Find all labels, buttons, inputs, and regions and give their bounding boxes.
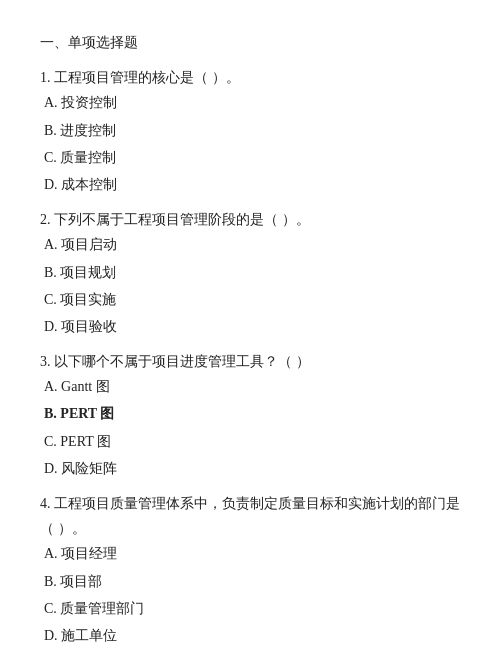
question-1-option-B: B. 进度控制: [44, 118, 462, 143]
question-4-text: 4. 工程项目质量管理体系中，负责制定质量目标和实施计划的部门是（ ）。: [40, 491, 462, 541]
question-3: 3. 以下哪个不属于项目进度管理工具？（ ）A. Gantt 图B. PERT …: [40, 349, 462, 481]
questions-container: 1. 工程项目管理的核心是（ ）。A. 投资控制B. 进度控制C. 质量控制D.…: [40, 65, 462, 649]
question-4-option-C: C. 质量管理部门: [44, 596, 462, 621]
question-3-option-A: A. Gantt 图: [44, 374, 462, 399]
question-3-option-D: D. 风险矩阵: [44, 456, 462, 481]
question-1: 1. 工程项目管理的核心是（ ）。A. 投资控制B. 进度控制C. 质量控制D.…: [40, 65, 462, 197]
question-1-text: 1. 工程项目管理的核心是（ ）。: [40, 65, 462, 90]
question-3-option-C: C. PERT 图: [44, 429, 462, 454]
question-3-text: 3. 以下哪个不属于项目进度管理工具？（ ）: [40, 349, 462, 374]
question-1-option-D: D. 成本控制: [44, 172, 462, 197]
question-4-option-D: D. 施工单位: [44, 623, 462, 648]
question-2-option-D: D. 项目验收: [44, 314, 462, 339]
question-4: 4. 工程项目质量管理体系中，负责制定质量目标和实施计划的部门是（ ）。A. 项…: [40, 491, 462, 648]
question-4-option-B: B. 项目部: [44, 569, 462, 594]
question-2-option-C: C. 项目实施: [44, 287, 462, 312]
question-1-option-C: C. 质量控制: [44, 145, 462, 170]
question-1-option-A: A. 投资控制: [44, 90, 462, 115]
question-4-option-A: A. 项目经理: [44, 541, 462, 566]
question-2: 2. 下列不属于工程项目管理阶段的是（ ）。A. 项目启动B. 项目规划C. 项…: [40, 207, 462, 339]
question-2-text: 2. 下列不属于工程项目管理阶段的是（ ）。: [40, 207, 462, 232]
question-2-option-B: B. 项目规划: [44, 260, 462, 285]
question-3-option-B: B. PERT 图: [44, 401, 462, 426]
section-title: 一、单项选择题: [40, 30, 462, 55]
question-2-option-A: A. 项目启动: [44, 232, 462, 257]
